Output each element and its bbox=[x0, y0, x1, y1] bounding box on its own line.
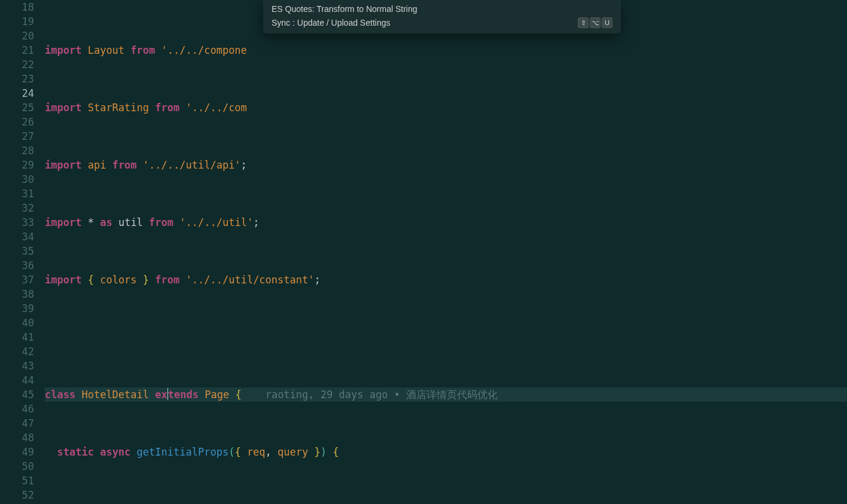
code-line[interactable]: static async getInitialProps({ req, quer… bbox=[45, 445, 847, 459]
key-shift: ⇧ bbox=[578, 17, 589, 28]
line-number: 23 bbox=[0, 72, 34, 86]
method-name: getInitialProps bbox=[137, 446, 229, 458]
keyword: import bbox=[45, 102, 81, 114]
line-number: 38 bbox=[0, 287, 34, 301]
keyword: async bbox=[100, 446, 130, 458]
line-number: 50 bbox=[0, 459, 34, 474]
palette-label: Sync : Update / Upload Settings bbox=[272, 18, 390, 28]
brace: { bbox=[234, 446, 240, 458]
blame-msg: 酒店详情页代码优化 bbox=[406, 389, 498, 401]
text-cursor bbox=[167, 388, 168, 400]
blame-sep: • bbox=[394, 389, 400, 401]
param: req bbox=[247, 446, 266, 458]
punct: ; bbox=[253, 216, 259, 228]
punct: ; bbox=[314, 274, 320, 286]
line-number: 45 bbox=[0, 387, 34, 402]
brace: { bbox=[235, 389, 241, 401]
line-number: 19 bbox=[0, 14, 34, 29]
keyword: import bbox=[45, 216, 81, 228]
line-number: 39 bbox=[0, 301, 34, 316]
palette-shortcut: ⇧ ⌥ U bbox=[578, 17, 613, 28]
line-number: 22 bbox=[0, 57, 34, 72]
line-number: 21 bbox=[0, 43, 34, 57]
string: '../../util/constant' bbox=[186, 274, 315, 286]
brace: } bbox=[315, 446, 321, 458]
line-gutter: 1819202122232425262728293031323334353637… bbox=[0, 0, 45, 504]
line-number: 49 bbox=[0, 445, 34, 459]
line-number: 34 bbox=[0, 230, 34, 244]
paren: ( bbox=[228, 446, 234, 458]
identifier: Layout bbox=[88, 44, 124, 56]
line-number: 29 bbox=[0, 158, 34, 172]
line-number: 40 bbox=[0, 316, 34, 330]
line-number: 27 bbox=[0, 129, 34, 143]
code-editor[interactable]: 1819202122232425262728293031323334353637… bbox=[0, 0, 847, 504]
code-line[interactable]: import StarRating from '../../com bbox=[45, 100, 847, 115]
string: '../../util' bbox=[179, 216, 253, 228]
line-number: 24 bbox=[0, 86, 34, 100]
code-line[interactable]: import Layout from '../../compone bbox=[45, 43, 847, 57]
code-area[interactable]: import Layout from '../../compone import… bbox=[45, 0, 847, 504]
line-number: 20 bbox=[0, 29, 34, 43]
line-number: 18 bbox=[0, 0, 34, 14]
keyword: from bbox=[130, 44, 155, 56]
op: * bbox=[88, 216, 94, 228]
code-line[interactable]: import { colors } from '../../util/const… bbox=[45, 273, 847, 287]
brace: { bbox=[333, 446, 339, 458]
keyword: import bbox=[45, 274, 81, 286]
line-number: 31 bbox=[0, 187, 34, 201]
line-number: 42 bbox=[0, 344, 34, 359]
line-number: 26 bbox=[0, 115, 34, 129]
keyword: from bbox=[155, 274, 179, 286]
identifier: colors bbox=[100, 274, 136, 286]
code-line-blank[interactable] bbox=[45, 330, 847, 344]
key-option: ⌥ bbox=[590, 17, 601, 28]
identifier: StarRating bbox=[88, 102, 149, 114]
string: '../../util/api' bbox=[143, 159, 241, 171]
keyword: static bbox=[57, 446, 93, 458]
keyword: from bbox=[112, 159, 137, 171]
superclass: Page bbox=[205, 389, 229, 401]
line-number: 47 bbox=[0, 416, 34, 430]
brace: { bbox=[88, 274, 94, 286]
line-number: 32 bbox=[0, 201, 34, 215]
code-line[interactable]: import * as util from '../../util'; bbox=[45, 215, 847, 230]
keyword: from bbox=[155, 102, 179, 114]
git-blame-annotation: raoting, 29 days ago • 酒店详情页代码优化 bbox=[266, 389, 498, 401]
punct: ; bbox=[241, 159, 247, 171]
keyword: class bbox=[45, 389, 75, 401]
line-number: 36 bbox=[0, 258, 34, 273]
identifier: api bbox=[88, 159, 106, 171]
blame-author: raoting bbox=[266, 389, 309, 401]
string: '../../com bbox=[185, 102, 246, 114]
code-line[interactable]: import api from '../../util/api'; bbox=[45, 158, 847, 172]
paren: ) bbox=[321, 446, 327, 458]
identifier: util bbox=[118, 216, 143, 228]
line-number: 52 bbox=[0, 488, 34, 502]
line-number: 37 bbox=[0, 273, 34, 287]
comma: , bbox=[266, 446, 272, 458]
keyword: import bbox=[45, 159, 81, 171]
line-number: 35 bbox=[0, 244, 34, 258]
palette-item-es-quotes[interactable]: ES Quotes: Transform to Normal String bbox=[263, 2, 621, 16]
brace: } bbox=[143, 274, 149, 286]
class-name: HotelDetail bbox=[81, 389, 149, 401]
code-line-current[interactable]: class HotelDetail extends Page {raoting,… bbox=[45, 387, 847, 402]
line-number: 33 bbox=[0, 215, 34, 230]
command-palette[interactable]: ES Quotes: Transform to Normal String Sy… bbox=[263, 0, 621, 33]
line-number: 46 bbox=[0, 402, 34, 416]
key-u: U bbox=[602, 17, 613, 28]
param: query bbox=[278, 446, 308, 458]
blame-when: 29 days ago bbox=[321, 389, 388, 401]
palette-item-sync-upload[interactable]: Sync : Update / Upload Settings ⇧ ⌥ U bbox=[263, 16, 621, 30]
keyword: from bbox=[149, 216, 173, 228]
keyword: import bbox=[45, 44, 81, 56]
string: '../../compone bbox=[162, 44, 247, 56]
line-number: 51 bbox=[0, 474, 34, 488]
palette-label: ES Quotes: Transform to Normal String bbox=[272, 4, 418, 14]
keyword-extends: extends bbox=[155, 389, 199, 401]
line-number: 25 bbox=[0, 100, 34, 115]
keyword: as bbox=[100, 216, 112, 228]
line-number: 30 bbox=[0, 172, 34, 187]
line-number: 44 bbox=[0, 373, 34, 387]
